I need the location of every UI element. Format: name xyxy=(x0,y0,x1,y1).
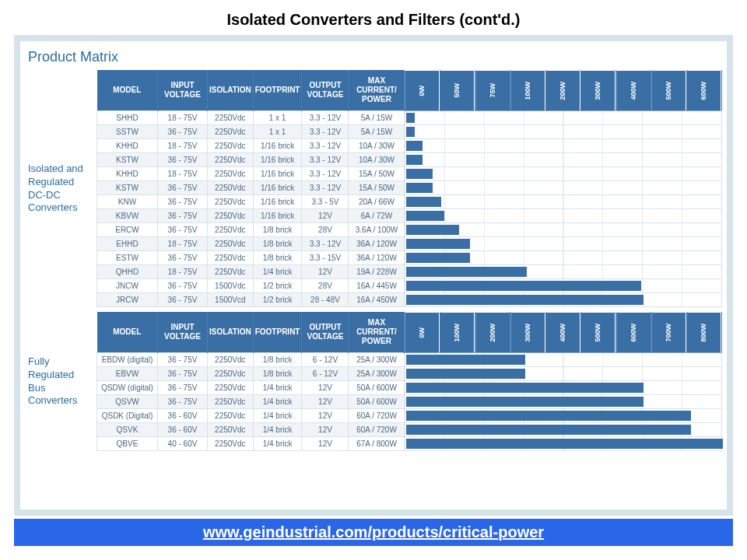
cell-foot: 1/4 brick xyxy=(253,265,302,279)
table-row: QSVK36 - 60V2250Vdc1/4 brick12V60A / 720… xyxy=(97,423,722,437)
cell-foot: 1/8 brick xyxy=(253,223,302,237)
cell-iso: 2250Vdc xyxy=(208,251,254,265)
power-bar xyxy=(406,295,644,305)
axis-tick: 700W xyxy=(651,312,686,353)
cell-foot: 1 x 1 xyxy=(253,111,302,125)
page-title: Isolated Converters and Filters (cont'd.… xyxy=(0,0,747,35)
cell-model: KSTW xyxy=(97,153,158,167)
cell-input: 18 - 75V xyxy=(158,111,208,125)
cell-max: 16A / 445W xyxy=(349,279,405,293)
cell-model: KNW xyxy=(97,195,158,209)
cell-input: 36 - 75V xyxy=(158,353,208,367)
axis-tick: 400W xyxy=(616,70,651,111)
cell-foot: 1/4 brick xyxy=(253,423,302,437)
cell-model: EHHD xyxy=(97,237,158,251)
cell-out: 3.3 - 12V xyxy=(302,125,349,139)
cell-max: 50A / 600W xyxy=(349,381,405,395)
table-row: KHHD18 - 75V2250Vdc1/16 brick3.3 - 12V15… xyxy=(97,167,722,181)
cell-max: 36A / 120W xyxy=(349,251,405,265)
col-header: OUTPUTVOLTAGE xyxy=(302,70,349,111)
power-bar-cell xyxy=(405,409,722,423)
power-bar xyxy=(406,211,444,221)
cell-input: 36 - 75V xyxy=(158,251,208,265)
cell-foot: 1/16 brick xyxy=(253,181,302,195)
cell-foot: 1/2 brick xyxy=(253,293,302,307)
cell-iso: 2250Vdc xyxy=(208,381,254,395)
axis-tick: 600W xyxy=(616,312,651,353)
table-row: ERCW36 - 75V2250Vdc1/8 brick28V3.6A / 10… xyxy=(97,223,722,237)
col-header: MAXCURRENT/POWER xyxy=(349,70,405,111)
cell-model: ESTW xyxy=(97,251,158,265)
axis-tick: 300W xyxy=(580,70,615,111)
power-bar-cell xyxy=(405,395,722,409)
cell-foot: 1/16 brick xyxy=(253,195,302,209)
cell-input: 36 - 75V xyxy=(158,153,208,167)
table-row: KSTW36 - 75V2250Vdc1/16 brick3.3 - 12V10… xyxy=(97,153,722,167)
cell-out: 3.3 - 12V xyxy=(302,139,349,153)
cell-input: 36 - 75V xyxy=(158,367,208,381)
power-bar-cell xyxy=(405,139,722,153)
cell-out: 12V xyxy=(302,409,349,423)
cell-out: 12V xyxy=(302,395,349,409)
power-bar-cell xyxy=(405,251,722,265)
cell-max: 50A / 600W xyxy=(349,395,405,409)
power-bar-cell xyxy=(405,265,722,279)
section-1: Fully Regulated Bus ConvertersMODELINPUT… xyxy=(28,312,722,451)
cell-model: QHHD xyxy=(97,265,158,279)
table-wrap: MODELINPUTVOLTAGEISOLATIONFOOTPRINTOUTPU… xyxy=(96,70,722,307)
cell-model: EBDW (digital) xyxy=(97,353,158,367)
table-row: QSDK (Digital)36 - 60V2250Vdc1/4 brick12… xyxy=(97,409,722,423)
table-row: SSTW36 - 75V2250Vdc1 x 13.3 - 12V5A / 15… xyxy=(97,125,722,139)
cell-iso: 2250Vdc xyxy=(208,167,254,181)
cell-model: JRCW xyxy=(97,293,158,307)
col-header: MAXCURRENT/POWER xyxy=(349,312,405,353)
table-wrap: MODELINPUTVOLTAGEISOLATIONFOOTPRINTOUTPU… xyxy=(96,312,722,451)
matrix-title: Product Matrix xyxy=(28,49,722,65)
section-label: Isolated and Regulated DC-DC Converters xyxy=(28,70,96,307)
power-bar xyxy=(406,397,644,407)
cell-iso: 2250Vdc xyxy=(208,223,254,237)
col-header: INPUTVOLTAGE xyxy=(158,70,208,111)
cell-input: 36 - 60V xyxy=(158,423,208,437)
table-row: EHHD18 - 75V2250Vdc1/8 brick3.3 - 12V36A… xyxy=(97,237,722,251)
power-bar-cell xyxy=(405,195,722,209)
cell-max: 36A / 120W xyxy=(349,237,405,251)
axis-tick: 200W xyxy=(545,70,580,111)
cell-max: 5A / 15W xyxy=(349,125,405,139)
power-bar-cell xyxy=(405,181,722,195)
cell-foot: 1/2 brick xyxy=(253,279,302,293)
axis-tick: 0W xyxy=(405,70,440,111)
section-0: Isolated and Regulated DC-DC ConvertersM… xyxy=(28,70,722,307)
table-row: ESTW36 - 75V2250Vdc1/8 brick3.3 - 15V36A… xyxy=(97,251,722,265)
power-bar-cell xyxy=(405,293,722,307)
cell-max: 60A / 720W xyxy=(349,423,405,437)
cell-model: QBVE xyxy=(97,437,158,451)
cell-input: 36 - 75V xyxy=(158,195,208,209)
footer-link[interactable]: www.geindustrial.com/products/critical-p… xyxy=(14,519,733,546)
power-bar xyxy=(406,169,433,179)
power-bar-cell xyxy=(405,437,722,451)
power-bar xyxy=(406,225,459,235)
power-bar xyxy=(406,127,414,137)
cell-max: 5A / 15W xyxy=(349,111,405,125)
axis-tick: 400W xyxy=(545,312,580,353)
table-row: QBVE40 - 60V2250Vdc1/4 brick12V67A / 800… xyxy=(97,437,722,451)
cell-input: 36 - 75V xyxy=(158,395,208,409)
cell-input: 40 - 60V xyxy=(158,437,208,451)
power-bar-cell xyxy=(405,167,722,181)
power-bar xyxy=(406,439,723,449)
cell-model: QSDW (digital) xyxy=(97,381,158,395)
cell-input: 36 - 75V xyxy=(158,279,208,293)
table-row: SHHD18 - 75V2250Vdc1 x 13.3 - 12V5A / 15… xyxy=(97,111,722,125)
table-row: KHHD18 - 75V2250Vdc1/16 brick3.3 - 12V10… xyxy=(97,139,722,153)
cell-iso: 2250Vdc xyxy=(208,195,254,209)
axis-tick: 50W xyxy=(440,70,475,111)
power-bar xyxy=(406,383,644,393)
cell-iso: 2250Vdc xyxy=(208,139,254,153)
table-row: EBDW (digital)36 - 75V2250Vdc1/8 brick6 … xyxy=(97,353,722,367)
axis-tick: 75W xyxy=(475,70,510,111)
cell-foot: 1/4 brick xyxy=(253,381,302,395)
axis-tick: 100W xyxy=(510,70,545,111)
content-area: Product Matrix Isolated and Regulated DC… xyxy=(14,35,733,516)
cell-foot: 1/16 brick xyxy=(253,209,302,223)
